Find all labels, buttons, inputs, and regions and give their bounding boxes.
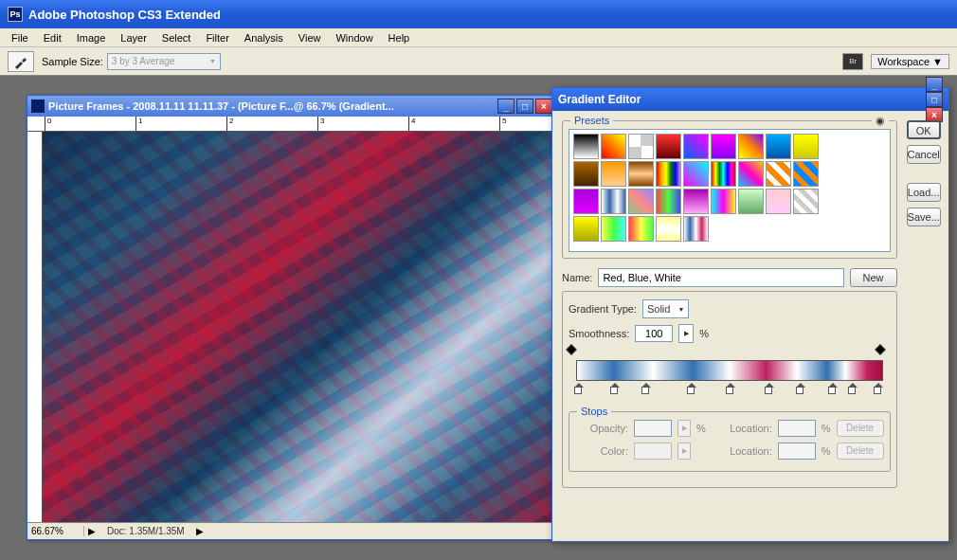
- new-button[interactable]: New: [850, 268, 897, 287]
- dialog-minimize-button[interactable]: _: [926, 77, 943, 92]
- color-stop[interactable]: [574, 387, 584, 398]
- gradient-name-input[interactable]: [598, 268, 843, 287]
- preset-swatch[interactable]: [656, 134, 681, 159]
- smoothness-stepper[interactable]: ▶: [678, 324, 694, 343]
- menu-image[interactable]: Image: [69, 30, 114, 45]
- opacity-stop[interactable]: [568, 350, 577, 359]
- preset-swatch[interactable]: [683, 216, 709, 242]
- color-swatch: [634, 443, 672, 460]
- percent-label: %: [822, 445, 831, 457]
- preset-swatch[interactable]: [656, 216, 681, 242]
- menu-analysis[interactable]: Analysis: [237, 30, 291, 45]
- preset-swatch[interactable]: [628, 134, 654, 159]
- preset-swatch[interactable]: [573, 189, 599, 214]
- color-stop[interactable]: [796, 387, 805, 398]
- status-arrow-icon[interactable]: ▶: [84, 526, 99, 536]
- preset-swatch[interactable]: [628, 189, 654, 214]
- preset-swatch[interactable]: [683, 189, 709, 214]
- preset-swatch[interactable]: [601, 134, 626, 159]
- preset-swatch[interactable]: [601, 161, 626, 187]
- presets-menu-icon[interactable]: ◉: [872, 115, 889, 127]
- preset-swatch[interactable]: [601, 216, 626, 242]
- status-arrow-icon[interactable]: ▶: [192, 526, 208, 536]
- dialog-title-bar[interactable]: Gradient Editor _ □ ×: [552, 88, 948, 111]
- menu-window[interactable]: Window: [328, 30, 380, 45]
- cancel-button[interactable]: Cancel: [907, 145, 941, 164]
- color-stop[interactable]: [641, 387, 651, 398]
- menu-select[interactable]: Select: [154, 30, 199, 45]
- preset-swatch[interactable]: [601, 189, 626, 214]
- color-stop[interactable]: [828, 387, 838, 398]
- menu-file[interactable]: File: [4, 30, 36, 45]
- gradient-type-select[interactable]: Solid▼: [642, 299, 689, 318]
- preset-swatch[interactable]: [628, 161, 654, 187]
- chevron-down-icon: ▼: [677, 306, 684, 313]
- preset-swatch[interactable]: [573, 161, 599, 187]
- preset-swatch[interactable]: [683, 134, 709, 159]
- opacity-location-input: [778, 420, 816, 437]
- preset-swatch[interactable]: [738, 161, 764, 187]
- opacity-stop[interactable]: [876, 350, 886, 359]
- preset-swatch[interactable]: [793, 189, 819, 214]
- presets-grid: [573, 134, 886, 242]
- location-label: Location:: [719, 423, 772, 434]
- dialog-maximize-button[interactable]: □: [926, 92, 943, 107]
- zoom-level[interactable]: 66.67%: [27, 526, 84, 536]
- gradient-preview-bar[interactable]: [576, 360, 883, 381]
- preset-swatch[interactable]: [793, 161, 819, 187]
- delete-color-stop-button: Delete: [837, 443, 884, 460]
- minimize-button[interactable]: _: [497, 99, 515, 114]
- preset-swatch[interactable]: [738, 134, 764, 159]
- name-label: Name:: [562, 272, 592, 283]
- preset-swatch[interactable]: [573, 216, 599, 242]
- ok-button[interactable]: OK: [907, 120, 941, 139]
- preset-swatch[interactable]: [711, 189, 736, 214]
- opacity-input: [634, 420, 672, 437]
- horizontal-ruler: 012345: [27, 117, 556, 132]
- sample-size-label: Sample Size:: [42, 56, 103, 67]
- preset-swatch[interactable]: [793, 134, 819, 159]
- preset-swatch[interactable]: [683, 161, 709, 187]
- load-button[interactable]: Load...: [907, 183, 941, 202]
- menu-bar: FileEditImageLayerSelectFilterAnalysisVi…: [0, 28, 957, 47]
- preset-swatch[interactable]: [766, 161, 791, 187]
- preset-swatch[interactable]: [656, 189, 681, 214]
- stops-fieldset: Stops Opacity: ▶ % Location: % Delete: [569, 411, 891, 472]
- gradient-type-label: Gradient Type:: [569, 303, 637, 315]
- preset-swatch[interactable]: [628, 216, 654, 242]
- menu-layer[interactable]: Layer: [113, 30, 154, 45]
- preset-swatch[interactable]: [711, 161, 736, 187]
- preset-swatch[interactable]: [738, 189, 764, 214]
- color-stop[interactable]: [765, 387, 774, 398]
- save-button[interactable]: Save...: [907, 208, 941, 226]
- menu-help[interactable]: Help: [381, 30, 418, 45]
- smoothness-input[interactable]: [635, 325, 673, 342]
- document-title-bar[interactable]: Picture Frames - 2008.11.11 11.11.37 - (…: [27, 96, 556, 117]
- stops-label: Stops: [577, 406, 611, 417]
- preset-swatch[interactable]: [766, 189, 791, 214]
- bridge-icon[interactable]: Br: [842, 53, 863, 70]
- preset-swatch[interactable]: [573, 134, 599, 159]
- color-stop[interactable]: [848, 387, 858, 398]
- document-canvas[interactable]: [43, 132, 556, 522]
- color-stop[interactable]: [874, 387, 883, 398]
- color-stop[interactable]: [726, 387, 735, 398]
- color-stop[interactable]: [610, 387, 620, 398]
- preset-swatch[interactable]: [711, 134, 736, 159]
- menu-filter[interactable]: Filter: [198, 30, 236, 45]
- maximize-button[interactable]: □: [516, 99, 533, 114]
- preset-swatch[interactable]: [766, 134, 791, 159]
- presets-label: Presets: [570, 115, 613, 126]
- color-stop[interactable]: [687, 387, 696, 398]
- eyedropper-tool-icon[interactable]: [8, 51, 34, 72]
- main-workspace: Picture Frames - 2008.11.11 11.11.37 - (…: [0, 76, 957, 560]
- presets-scroll[interactable]: [569, 129, 891, 252]
- menu-view[interactable]: View: [291, 30, 329, 45]
- workspace-select[interactable]: Workspace ▼: [871, 54, 949, 69]
- close-button[interactable]: ×: [535, 99, 552, 114]
- menu-edit[interactable]: Edit: [36, 30, 69, 45]
- preset-swatch[interactable]: [656, 161, 681, 187]
- app-title-bar: Ps Adobe Photoshop CS3 Extended: [0, 0, 957, 28]
- sample-size-select[interactable]: 3 by 3 Average▼: [107, 53, 221, 70]
- doc-size-info: Doc: 1.35M/1.35M: [99, 526, 192, 536]
